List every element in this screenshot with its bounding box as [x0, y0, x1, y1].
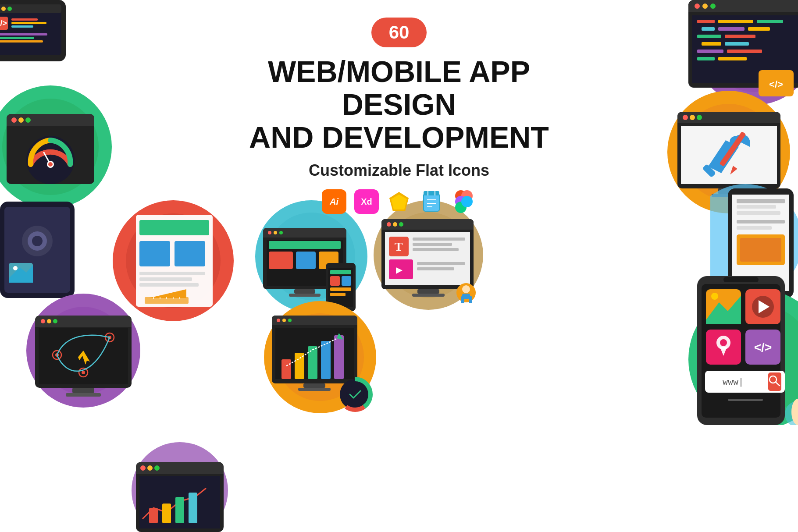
svg-point-143: [387, 222, 391, 227]
svg-rect-151: [413, 248, 459, 251]
svg-rect-208: [737, 220, 785, 223]
top-left-tablet-icon: </>: [0, 0, 75, 74]
svg-rect-25: [11, 25, 33, 28]
svg-point-227: [720, 339, 727, 346]
tools-row: Ai Xd: [246, 189, 552, 214]
right-mobile-apps-icon: </> www|: [671, 263, 798, 425]
svg-rect-81: [139, 220, 209, 235]
count-badge: 60: [371, 18, 427, 47]
svg-rect-161: [461, 296, 464, 303]
svg-rect-172: [697, 20, 715, 23]
illustrator-icon: Ai: [322, 189, 346, 214]
svg-rect-217: [723, 277, 759, 282]
svg-point-100: [274, 231, 277, 234]
svg-point-34: [11, 117, 17, 123]
svg-rect-174: [757, 20, 783, 23]
svg-text:</>: </>: [0, 19, 7, 28]
svg-rect-150: [413, 243, 452, 246]
svg-rect-181: [725, 42, 749, 46]
svg-point-220: [711, 293, 718, 300]
svg-point-193: [683, 115, 688, 120]
svg-point-169: [702, 4, 708, 9]
svg-point-123: [282, 319, 286, 322]
svg-rect-177: [748, 27, 770, 31]
adobexd-icon: Xd: [354, 189, 379, 214]
center-analytics-icon: [259, 298, 381, 416]
svg-rect-114: [330, 287, 351, 291]
svg-rect-155: [417, 267, 454, 270]
svg-rect-108: [289, 294, 321, 297]
svg-point-63: [82, 371, 85, 374]
svg-rect-211: [740, 238, 781, 262]
svg-rect-65: [66, 393, 101, 397]
svg-rect-205: [737, 199, 785, 203]
bottom-left-browser-icon: [127, 440, 232, 532]
svg-point-159: [462, 285, 470, 293]
svg-rect-162: [469, 296, 472, 303]
svg-rect-82: [139, 241, 170, 266]
svg-point-168: [695, 4, 700, 9]
svg-point-101: [279, 231, 283, 234]
svg-point-70: [140, 465, 146, 471]
svg-rect-84: [139, 272, 205, 275]
svg-rect-4: [424, 191, 439, 195]
svg-point-19: [1, 7, 6, 11]
center-cms-icon: T: [370, 197, 487, 313]
svg-point-122: [277, 319, 280, 322]
svg-point-99: [268, 231, 271, 234]
svg-rect-104: [269, 252, 293, 269]
left-mobile-icon: [0, 202, 79, 302]
svg-rect-157: [412, 294, 445, 297]
svg-rect-185: [718, 57, 747, 60]
svg-rect-133: [298, 388, 331, 391]
svg-point-170: [710, 4, 716, 9]
svg-rect-103: [269, 241, 341, 249]
svg-point-20: [7, 7, 12, 11]
figma-icon: [419, 189, 444, 214]
svg-rect-179: [725, 35, 755, 38]
svg-rect-28: [0, 40, 43, 43]
svg-point-45: [32, 236, 43, 246]
svg-rect-105: [296, 252, 316, 269]
svg-point-195: [697, 115, 702, 120]
svg-point-194: [690, 115, 695, 120]
header-section: 60 WEB/MOBILE APP DESIGN AND DEVELOPMENT…: [246, 18, 552, 214]
svg-rect-86: [139, 283, 199, 287]
svg-rect-154: [417, 262, 465, 265]
svg-text:</>: </>: [754, 340, 772, 354]
center-wireframe-icon: [110, 197, 237, 324]
svg-rect-176: [718, 27, 745, 31]
svg-rect-24: [11, 22, 46, 24]
svg-rect-83: [175, 241, 205, 266]
figma-f-icon: [452, 189, 476, 214]
sketch-icon: [387, 189, 411, 214]
svg-rect-178: [697, 35, 721, 38]
svg-point-36: [25, 117, 31, 123]
svg-rect-180: [702, 42, 721, 46]
svg-rect-129: [321, 341, 331, 379]
svg-rect-128: [308, 346, 317, 379]
svg-rect-175: [702, 27, 715, 31]
svg-rect-149: [413, 238, 465, 241]
svg-point-145: [399, 222, 403, 227]
svg-point-137: [346, 386, 364, 403]
svg-point-56: [53, 319, 57, 323]
svg-rect-115: [330, 293, 346, 296]
svg-rect-235: [728, 399, 763, 401]
svg-rect-183: [727, 50, 762, 53]
svg-rect-107: [294, 289, 315, 294]
svg-point-124: [288, 319, 292, 322]
svg-rect-209: [737, 226, 772, 230]
svg-rect-26: [0, 33, 47, 35]
svg-rect-111: [330, 270, 351, 274]
svg-rect-77: [189, 493, 197, 523]
subtitle: Customizable Flat Icons: [246, 161, 552, 180]
svg-text:T: T: [395, 240, 403, 253]
svg-rect-85: [139, 277, 192, 281]
svg-rect-64: [72, 388, 94, 393]
svg-text:www|: www|: [723, 376, 744, 387]
svg-point-144: [393, 222, 397, 227]
svg-rect-27: [0, 37, 34, 39]
svg-point-48: [13, 266, 18, 270]
svg-rect-23: [11, 18, 38, 21]
